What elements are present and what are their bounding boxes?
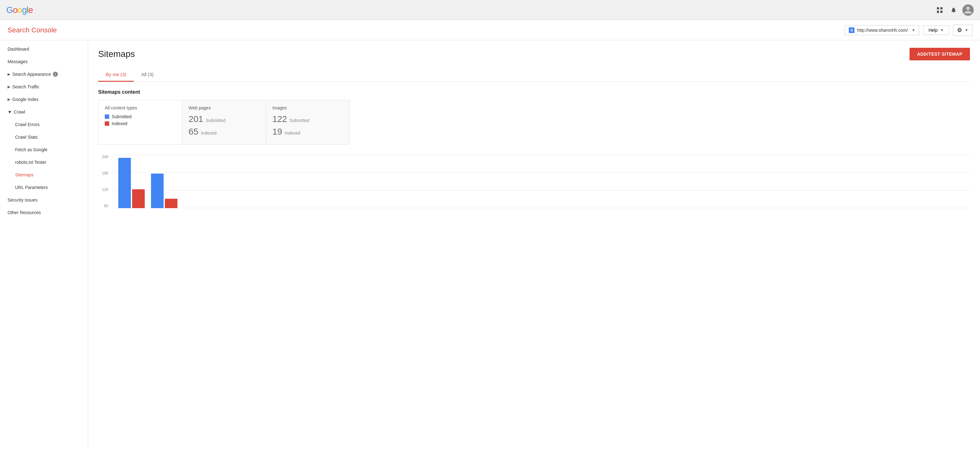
images-indexed-number: 19 xyxy=(272,127,282,137)
svg-rect-2 xyxy=(937,11,939,13)
logo-g2: g xyxy=(22,5,27,15)
tab-all[interactable]: All (3) xyxy=(134,68,161,82)
y-label-240: 240 xyxy=(98,155,108,159)
bar-red-2 xyxy=(165,199,177,208)
top-bar-right xyxy=(935,5,974,16)
section-title: Sitemaps content xyxy=(98,89,970,95)
col-images: Images 122 Submitted 19 Indexed xyxy=(266,100,350,144)
page-header: Sitemaps ADD/TEST SITEMAP xyxy=(98,48,970,60)
sidebar-section-crawl[interactable]: ▼ Crawl xyxy=(0,106,88,118)
images-indexed-label: Indexed xyxy=(285,130,301,135)
bell-button[interactable] xyxy=(948,5,959,15)
sidebar-label-messages: Messages xyxy=(8,59,28,64)
sidebar-label-crawl-stats: Crawl Stats xyxy=(15,135,38,140)
chart-y-labels: 240 180 120 60 xyxy=(98,155,111,208)
content-types-grid: All content types Submitted Indexed Web … xyxy=(98,100,350,144)
legend-indexed-label: Indexed xyxy=(112,121,127,126)
sidebar-item-search-traffic[interactable]: ▶ Search Traffic xyxy=(0,81,88,93)
y-label-60: 60 xyxy=(98,204,108,208)
images-submitted-stat: 122 Submitted xyxy=(272,114,343,124)
site-dropdown-arrow: ▼ xyxy=(912,28,915,32)
sidebar-label-other-resources: Other Resources xyxy=(8,210,41,215)
sidebar-item-sitemaps[interactable]: Sitemaps xyxy=(0,168,88,181)
site-g-icon: G xyxy=(849,27,854,33)
layout: Dashboard Messages ▶ Search Appearance i… xyxy=(0,40,980,449)
col-all-header: All content types xyxy=(105,105,175,110)
sidebar-item-fetch-as-google[interactable]: Fetch as Google xyxy=(0,143,88,156)
sidebar-item-crawl-errors[interactable]: Crawl Errors xyxy=(0,118,88,131)
grid-button[interactable] xyxy=(935,5,945,15)
logo-e: e xyxy=(28,5,33,15)
sidebar-item-dashboard[interactable]: Dashboard xyxy=(0,43,88,56)
bar-blue-2 xyxy=(151,174,164,208)
site-url: http://www.sharonhh.com/ xyxy=(857,28,908,33)
sidebar-label-search-traffic: Search Traffic xyxy=(12,84,39,89)
sidebar-label-sitemaps: Sitemaps xyxy=(15,172,33,177)
sidebar-item-robots[interactable]: robots.txt Tester xyxy=(0,156,88,168)
bar-group-1 xyxy=(118,158,145,208)
tabs: By me (3) All (3) xyxy=(98,68,970,82)
search-appearance-info-icon: i xyxy=(53,72,58,77)
bar-group-2 xyxy=(151,174,177,208)
y-label-180: 180 xyxy=(98,171,108,175)
search-traffic-arrow: ▶ xyxy=(8,84,10,89)
help-dropdown-arrow: ▼ xyxy=(940,28,944,32)
sidebar: Dashboard Messages ▶ Search Appearance i… xyxy=(0,40,88,449)
main-content: Sitemaps ADD/TEST SITEMAP By me (3) All … xyxy=(88,40,980,449)
images-submitted-number: 122 xyxy=(272,114,287,124)
chart-area xyxy=(112,155,970,217)
svg-rect-0 xyxy=(937,7,939,10)
gear-button[interactable]: ⚙ ▼ xyxy=(953,25,972,36)
legend-submitted: Submitted xyxy=(105,114,175,119)
sidebar-item-url-parameters[interactable]: URL Parameters xyxy=(0,181,88,194)
site-selector[interactable]: G http://www.sharonhh.com/ ▼ xyxy=(845,25,919,35)
top-bar: Google xyxy=(0,0,980,20)
svg-rect-3 xyxy=(940,11,943,13)
col-all-content: All content types Submitted Indexed xyxy=(99,100,182,144)
webpages-indexed-label: Indexed xyxy=(201,130,216,135)
legend-indexed: Indexed xyxy=(105,121,175,126)
avatar[interactable] xyxy=(963,5,974,16)
sidebar-label-url-parameters: URL Parameters xyxy=(15,185,48,190)
sidebar-item-security-issues[interactable]: Security Issues xyxy=(0,194,88,206)
sidebar-item-messages[interactable]: Messages xyxy=(0,56,88,68)
svg-rect-1 xyxy=(940,7,943,10)
sidebar-label-crawl-errors: Crawl Errors xyxy=(15,122,40,127)
sidebar-label-google-index: Google Index xyxy=(12,97,38,102)
help-label: Help xyxy=(928,28,937,33)
chart-container: 240 180 120 60 xyxy=(98,155,970,217)
search-appearance-arrow: ▶ xyxy=(8,72,10,76)
google-logo: Google xyxy=(6,5,33,15)
sidebar-label-fetch-as-google: Fetch as Google xyxy=(15,147,48,152)
webpages-indexed-stat: 65 Indexed xyxy=(188,127,259,137)
bar-blue-1 xyxy=(118,158,131,208)
sidebar-label-security-issues: Security Issues xyxy=(8,197,37,203)
add-sitemap-button[interactable]: ADD/TEST SITEMAP xyxy=(910,48,970,60)
page-title: Sitemaps xyxy=(98,49,135,59)
col-images-header: Images xyxy=(272,105,343,110)
webpages-indexed-number: 65 xyxy=(188,127,198,137)
tab-by-me[interactable]: By me (3) xyxy=(98,68,134,82)
webpages-submitted-label: Submitted xyxy=(206,118,226,123)
svg-rect-5 xyxy=(105,121,109,126)
logo-o2: o xyxy=(17,5,22,15)
sidebar-label-crawl: Crawl xyxy=(14,109,25,114)
webpages-submitted-number: 201 xyxy=(188,114,203,124)
col-web-pages: Web pages 201 Submitted 65 Indexed xyxy=(182,100,266,144)
sidebar-item-search-appearance[interactable]: ▶ Search Appearance i xyxy=(0,68,88,81)
crawl-arrow: ▼ xyxy=(8,109,12,114)
logo-o1: o xyxy=(13,5,18,15)
images-submitted-label: Submitted xyxy=(290,118,309,123)
logo-g: G xyxy=(6,5,13,15)
sidebar-item-google-index[interactable]: ▶ Google Index xyxy=(0,93,88,106)
chart-bars xyxy=(112,155,970,208)
sidebar-item-crawl-stats[interactable]: Crawl Stats xyxy=(0,131,88,143)
col-webpages-header: Web pages xyxy=(188,105,259,110)
sidebar-label-robots: robots.txt Tester xyxy=(15,160,46,165)
legend-submitted-label: Submitted xyxy=(112,114,132,119)
webpages-submitted-stat: 201 Submitted xyxy=(188,114,259,124)
sub-header: Search Console G http://www.sharonhh.com… xyxy=(0,20,980,40)
y-label-120: 120 xyxy=(98,187,108,192)
sidebar-item-other-resources[interactable]: Other Resources xyxy=(0,206,88,219)
help-button[interactable]: Help ▼ xyxy=(923,25,949,35)
